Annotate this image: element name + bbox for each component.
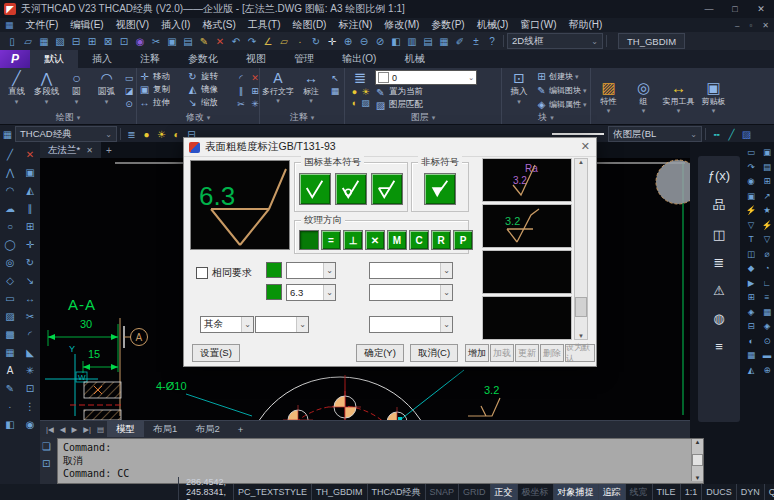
offset-tool-icon[interactable]: ∥ [235,85,247,96]
texture-cross-button[interactable]: ✕ [365,230,385,250]
panel-modify-footer[interactable]: 修改▾ [137,111,259,124]
panel-block-footer[interactable]: 块▾ [502,111,590,124]
menu-item[interactable]: 格式(S) [196,18,241,32]
panel-annotate-footer[interactable]: 注释▾ [260,111,344,124]
pan-icon[interactable]: ✛ [324,34,340,48]
leader-arrow-icon[interactable]: ↗ [763,192,770,201]
chamfer-tool-icon[interactable]: ◣ [22,345,38,360]
scroll-up-icon[interactable]: ▲ [695,439,701,445]
layers-big-icon[interactable]: ≣ [354,70,367,86]
viewport-icon[interactable]: ◫ [747,250,755,259]
save-as-icon[interactable]: ▧ [52,34,68,48]
layer-match-button[interactable]: ▨ 图层匹配 [375,99,477,111]
play-icon[interactable]: ▶ [748,279,755,288]
tool-palettes-icon[interactable]: ▥ [404,34,420,48]
menu-item[interactable]: 编辑(E) [64,18,109,32]
option-select-3[interactable]: ⌄ [369,316,453,333]
dim-style-select[interactable]: TH_GBDIM [618,33,685,49]
balloon-icon[interactable]: ◍ [713,311,724,326]
utilities-panel[interactable]: ↔ 实用工具▾ [661,68,696,124]
layers-icon[interactable]: ≣ [714,255,725,270]
scrollbar-thumb[interactable] [575,297,587,317]
array-small-icon[interactable]: ⊞ [747,293,754,302]
document-tab[interactable]: 左法兰* ✕ [40,142,101,158]
status-polar[interactable]: 极坐标 [517,484,553,500]
set-default-button[interactable]: 设为默认 [565,344,595,362]
polyline-tool-icon[interactable]: ⋀ [2,165,18,180]
scrollbar-thumb[interactable] [692,454,703,466]
command-options-icon[interactable]: ⊡ [42,458,51,469]
taper-icon[interactable]: ▽ [764,235,771,244]
tab-model[interactable]: 模型 [107,421,144,438]
texture-parallel-button[interactable]: = [321,230,341,250]
id-point-icon[interactable]: ∙ [292,34,308,48]
offset-tool-icon[interactable]: ∥ [22,201,38,216]
line-tool-icon[interactable]: ╱ [2,147,18,162]
insert-block-tool[interactable]: ⊡ 插入▾ [504,70,534,111]
tab-default[interactable]: 默认 [30,50,78,68]
command-history-icon[interactable]: ❏ [42,441,51,452]
scale-tool-icon[interactable]: ↘ [22,273,38,288]
datum-icon[interactable]: ▤ [763,163,771,172]
prev-tab-icon[interactable]: ◀ [57,425,69,434]
settings-button[interactable]: 设置(S) [192,344,240,362]
texture-m-button[interactable]: M [387,230,407,250]
diamond-icon[interactable]: ◆ [748,264,755,273]
plot-icon[interactable]: ⊠ [100,34,116,48]
status-otrack[interactable]: 追踪 [598,484,625,500]
measure-icon[interactable]: ∠ [260,34,276,48]
tab-annotate[interactable]: 注释 [126,50,174,68]
quick-dim-icon[interactable]: ⚡ [746,206,757,215]
menu-item[interactable]: 标注(N) [332,18,378,32]
group-panel[interactable]: ◎ 组▾ [626,68,661,124]
angle-icon[interactable]: ∟ [763,279,771,288]
copy-tool-icon[interactable]: ▣ [22,165,38,180]
option-select-2[interactable]: ⌄ [369,284,453,301]
cut-icon[interactable]: ✂ [148,34,164,48]
match-tool-icon[interactable]: ✎ [2,381,18,396]
tab-layout2[interactable]: 布局2 [186,421,228,438]
orbit-icon[interactable]: ↻ [308,34,324,48]
mirror-small-icon[interactable]: ◭ [748,366,755,375]
print-icon[interactable]: ⊟ [68,34,84,48]
maximize-button[interactable]: □ [722,4,748,14]
arc-length-icon[interactable]: ◔ [764,264,769,273]
tab-mech[interactable]: 机械 [390,50,438,68]
move-tool-icon[interactable]: ✛ [22,237,38,252]
tab-output[interactable]: 输出(O) [328,50,390,68]
no-removal-symbol-button[interactable] [335,173,367,205]
texture-perpendicular-button[interactable]: ⊥ [343,230,363,250]
polygon-tool-icon[interactable]: ◇ [2,273,18,288]
doc-restore-button[interactable]: ▫ [744,21,757,30]
plot-small-icon[interactable]: ⊟ [747,322,754,331]
layer-lock-icon[interactable]: ◐ [349,97,360,108]
dimension-tool[interactable]: ↔ 标注▾ [295,70,327,111]
app-menu-icon[interactable]: ▦ [5,20,14,30]
tab-view[interactable]: 视图 [232,50,280,68]
redo-icon[interactable]: ↷ [244,34,260,48]
edit-attrib-tool[interactable]: ◈ 编辑属性▾ [536,98,587,111]
help-icon[interactable]: ? [484,34,500,48]
texture-r-button[interactable]: R [431,230,451,250]
boundary-tool-icon[interactable]: ⊙ [123,98,135,109]
edit-block-tool[interactable]: ✎ 编辑图块▾ [536,84,587,97]
rotate-tool[interactable]: ↻ 旋转 [187,70,233,83]
calculator-icon[interactable]: ƒ(x) [708,168,730,183]
move-tool[interactable]: ✛ 移动 [139,70,185,83]
block-structure-icon[interactable]: 品 [713,196,726,214]
texture-p-button[interactable]: P [453,230,473,250]
sheet-set-icon[interactable]: ▤ [420,34,436,48]
revcloud-tool-icon[interactable]: ☁ [2,201,18,216]
attrib-icon[interactable]: ◈ [748,308,755,317]
table-tool-icon[interactable]: ▦ [329,85,341,96]
tab-insert[interactable]: 插入 [78,50,126,68]
property-icon[interactable]: ◈ [764,322,771,331]
rect-tool-icon[interactable]: ▭ [2,291,18,306]
plus-minus-icon[interactable]: ± [468,34,484,48]
menu-item[interactable]: 机械(J) [471,18,515,32]
leader-tool-icon[interactable]: ↖ [329,72,341,83]
preview-scrollbar[interactable]: ▲ ▼ [574,158,588,340]
status-dim-style[interactable]: TH_GBDIM [311,484,367,500]
circle-tool-icon[interactable]: ○ [2,219,18,234]
value-select-2[interactable]: 6.3⌄ [286,284,336,301]
